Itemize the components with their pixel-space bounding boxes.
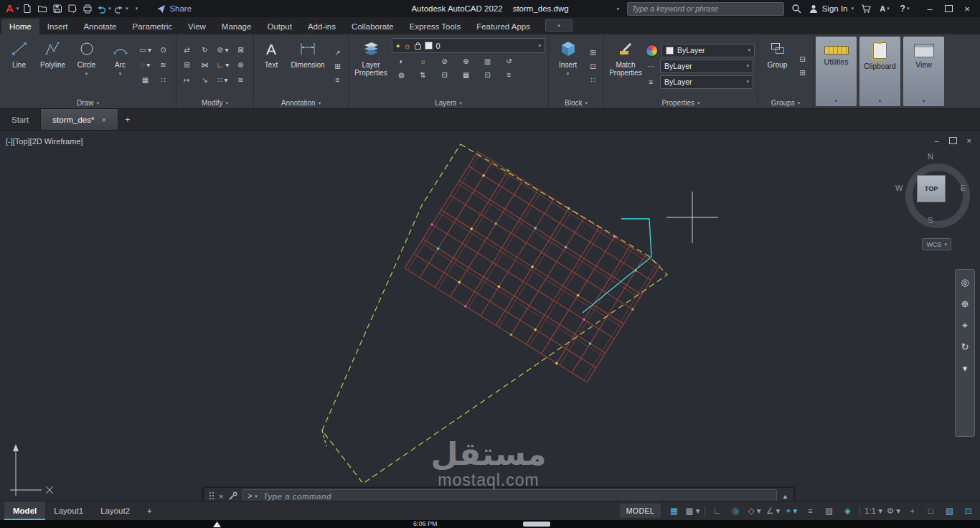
text-tool[interactable]: A Text bbox=[257, 36, 286, 96]
layer-previous-tool[interactable]: ↺ bbox=[501, 56, 517, 67]
stretch-tool[interactable]: ↦ bbox=[179, 75, 194, 85]
fillet-tool[interactable]: ∟ ▾ bbox=[215, 60, 230, 70]
file-tab-storm-des[interactable]: storm_des* × bbox=[41, 109, 118, 130]
object-snap-toggle[interactable]: ⌖ ▾ bbox=[783, 504, 801, 519]
maximize-button[interactable] bbox=[940, 1, 957, 16]
ellipse-tool[interactable]: ◌ ▾ bbox=[138, 60, 153, 70]
tab-home[interactable]: Home bbox=[1, 19, 39, 34]
drag-handle[interactable] bbox=[209, 491, 214, 501]
copy-tool[interactable]: ⊞ bbox=[179, 60, 194, 70]
file-tab-start[interactable]: Start bbox=[0, 109, 41, 130]
taskbar-app-icon[interactable] bbox=[213, 522, 221, 527]
tab-insert[interactable]: Insert bbox=[39, 19, 76, 34]
new-drawing-tab-button[interactable]: + bbox=[118, 109, 137, 130]
selection-cycling-toggle[interactable]: ◈ bbox=[839, 504, 857, 519]
tab-featured-apps[interactable]: Featured Apps bbox=[468, 19, 538, 34]
explode-tool[interactable]: ⊛ bbox=[233, 60, 248, 70]
close-drawing-button[interactable]: × bbox=[967, 136, 971, 145]
polar-tracking-toggle[interactable]: ◎ bbox=[727, 504, 745, 519]
panel-clipboard[interactable]: Clipboard ▾ bbox=[859, 37, 900, 106]
create-block-tool[interactable]: ⊞ bbox=[585, 47, 600, 58]
ribbon-display-toggle[interactable]: ▾ bbox=[545, 19, 573, 32]
annotation-scale-button[interactable]: 1:1 ▾ bbox=[863, 504, 884, 519]
rectangle-tool[interactable]: ▭ ▾ bbox=[138, 44, 153, 55]
circle-tool[interactable]: Circle ▾ bbox=[70, 36, 103, 96]
wcs-menu[interactable]: WCS ▾ bbox=[922, 238, 951, 250]
tab-output[interactable]: Output bbox=[259, 19, 300, 34]
linetype-select[interactable]: ByLayer ▾ bbox=[660, 60, 753, 73]
arc-tool[interactable]: Arc ▾ bbox=[104, 36, 136, 96]
viewport-controls[interactable]: [-][Top][2D Wireframe] bbox=[6, 137, 83, 146]
pan-button[interactable]: ⊕ bbox=[961, 300, 969, 308]
close-button[interactable]: × bbox=[958, 1, 976, 16]
command-history-button[interactable]: ▲ bbox=[782, 493, 788, 500]
command-input[interactable] bbox=[263, 492, 772, 501]
leader-tool[interactable]: ↗ bbox=[330, 47, 345, 58]
layer-merge-tool[interactable]: ⇅ bbox=[415, 70, 430, 80]
lineweight-select[interactable]: ByLayer ▾ bbox=[660, 75, 753, 89]
sign-in-button[interactable]: Sign In ▾ bbox=[809, 4, 854, 14]
layer-fade-tool[interactable]: ≡ bbox=[501, 70, 517, 80]
clean-screen-toggle[interactable]: ⊡ bbox=[959, 504, 977, 519]
layer-select[interactable]: ● ☼ 0 ▾ bbox=[392, 38, 545, 53]
grid-display-toggle[interactable]: ▦ bbox=[665, 504, 683, 519]
tab-parametric[interactable]: Parametric bbox=[125, 19, 181, 34]
share-button[interactable]: Share bbox=[156, 4, 192, 14]
viewcube-top-face[interactable]: TOP bbox=[917, 175, 946, 202]
save-button[interactable] bbox=[51, 1, 64, 16]
drawing-canvas[interactable] bbox=[0, 131, 980, 501]
layer-properties-button[interactable]: Layer Properties bbox=[352, 36, 390, 96]
hatch-tool[interactable]: ▦ bbox=[138, 75, 153, 85]
orbit-button[interactable]: ↻ bbox=[961, 343, 969, 352]
layout-tab-model[interactable]: Model bbox=[4, 501, 45, 520]
isolate-objects-button[interactable]: □ bbox=[922, 504, 940, 519]
layout-tab-layout1[interactable]: Layout1 bbox=[45, 501, 92, 520]
panel-label-modify[interactable]: Modify▾ bbox=[176, 98, 253, 108]
scale-tool[interactable]: ↘ bbox=[197, 75, 212, 85]
layer-walk-tool[interactable]: ◍ bbox=[394, 70, 409, 80]
layer-delete-tool[interactable]: ⊟ bbox=[437, 70, 452, 80]
annotation-monitor-toggle[interactable]: + bbox=[903, 504, 921, 519]
tab-express-tools[interactable]: Express Tools bbox=[402, 19, 468, 34]
panel-utilities[interactable]: Utilities ▾ bbox=[816, 37, 857, 106]
divide-tool[interactable]: ∷ bbox=[156, 75, 171, 85]
insert-block-button[interactable]: Insert ▾ bbox=[552, 36, 584, 96]
model-space-viewport[interactable]: [-][Top][2D Wireframe] – × N W E S TOP W… bbox=[0, 131, 980, 501]
offset-tool[interactable]: ≋ bbox=[233, 75, 248, 85]
dimension-tool[interactable]: Dimension bbox=[287, 36, 329, 96]
object-snap-tracking-toggle[interactable]: ∠ ▾ bbox=[764, 504, 782, 519]
layer-off-tool[interactable]: ◐ bbox=[394, 56, 409, 67]
layer-state-tool[interactable]: ⊡ bbox=[480, 70, 495, 80]
full-navigation-wheel-button[interactable]: ◎ bbox=[961, 278, 969, 287]
search-input[interactable] bbox=[632, 4, 779, 13]
tab-collaborate[interactable]: Collaborate bbox=[344, 19, 402, 34]
search-icon[interactable] bbox=[791, 4, 801, 14]
polyline-tool[interactable]: Polyline bbox=[37, 36, 69, 96]
group-button[interactable]: Group bbox=[761, 36, 793, 96]
zoom-button[interactable]: ⌖ bbox=[962, 321, 967, 330]
autodesk-apps-button[interactable]: A▾ bbox=[878, 1, 891, 16]
new-layout-button[interactable]: + bbox=[138, 501, 161, 520]
spline-tool[interactable]: ≋ bbox=[156, 60, 171, 70]
help-button[interactable]: ?▾ bbox=[898, 1, 911, 16]
panel-label-properties[interactable]: Properties▾ bbox=[604, 98, 758, 108]
color-wheel-icon[interactable] bbox=[646, 44, 658, 57]
viewcube-west[interactable]: W bbox=[895, 184, 903, 192]
array-tool[interactable]: ∷ ▾ bbox=[215, 75, 230, 85]
command-input-field[interactable]: > ▾ bbox=[242, 489, 777, 501]
table-tool[interactable]: ⊞ bbox=[330, 61, 345, 72]
help-search-box[interactable] bbox=[627, 2, 784, 16]
point-tool[interactable]: ⊙ bbox=[156, 44, 171, 55]
panel-view[interactable]: View ▾ bbox=[903, 37, 944, 106]
tab-manage[interactable]: Manage bbox=[214, 19, 260, 34]
layer-match-tool[interactable]: ▥ bbox=[480, 56, 495, 67]
panel-label-groups[interactable]: Groups▾ bbox=[758, 98, 813, 108]
panel-label-block[interactable]: Block▾ bbox=[549, 98, 603, 108]
taskbar-button[interactable] bbox=[523, 522, 550, 527]
navbar-more-button[interactable]: ▾ bbox=[963, 364, 968, 373]
undo-button[interactable]: ▾ bbox=[96, 1, 111, 16]
qat-customize-button[interactable]: ▾ bbox=[130, 1, 143, 16]
transparency-toggle[interactable]: ▨ bbox=[820, 504, 838, 519]
close-command-line-icon[interactable]: × bbox=[219, 492, 223, 501]
panel-label-annotation[interactable]: Annotation▾ bbox=[254, 98, 348, 108]
